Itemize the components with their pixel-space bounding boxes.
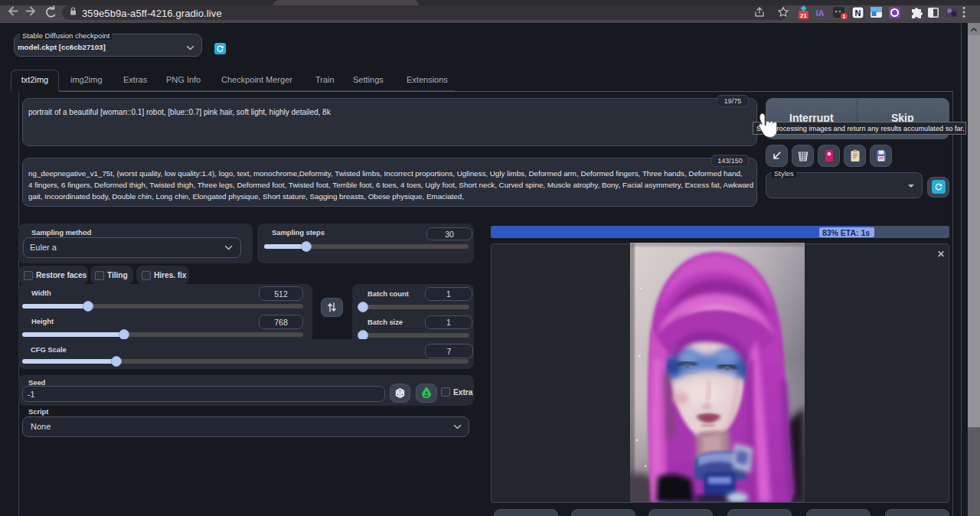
svg-text:1: 1 (843, 14, 846, 19)
svg-text:IA: IA (816, 8, 825, 18)
svg-text:21: 21 (800, 12, 807, 19)
svg-text:N: N (855, 8, 861, 18)
